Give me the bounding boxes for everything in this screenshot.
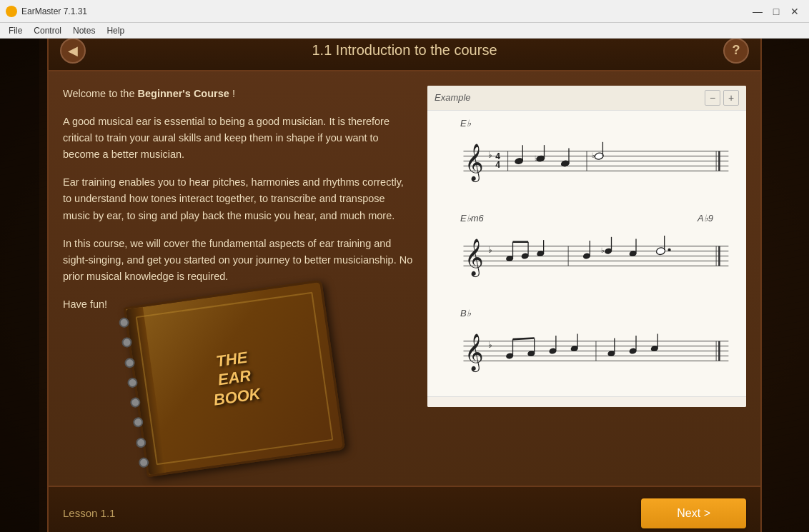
course-name: Beginner's Course bbox=[138, 88, 229, 99]
sheet-scroll-area[interactable]: E♭ bbox=[427, 111, 746, 396]
book-cover: THEEARBOOK bbox=[124, 279, 346, 477]
greeting-text: Welcome to the bbox=[63, 88, 138, 99]
svg-line-61 bbox=[513, 338, 535, 339]
modal-body: Welcome to the Beginner's Course ! A goo… bbox=[49, 71, 760, 486]
maximize-button[interactable]: □ bbox=[768, 3, 785, 20]
title-bar: EarMaster 7.1.31 ― □ ✕ bbox=[0, 0, 809, 23]
window-controls: ― □ ✕ bbox=[749, 3, 803, 20]
menu-help[interactable]: Help bbox=[101, 24, 130, 37]
svg-text:♭: ♭ bbox=[592, 151, 595, 159]
spiral-dot bbox=[124, 356, 136, 368]
book-decoration: THEEARBOOK bbox=[134, 293, 363, 478]
modal-text-area: Welcome to the Beginner's Course ! A goo… bbox=[63, 86, 413, 471]
svg-text:𝄞: 𝄞 bbox=[465, 238, 484, 277]
back-icon: ◀ bbox=[68, 43, 78, 59]
intro-modal: ◀ 1.1 Introduction to the course ? Welco… bbox=[47, 39, 762, 532]
svg-text:𝄞: 𝄞 bbox=[465, 143, 484, 182]
staff-label-2b: A♭9 bbox=[698, 213, 713, 224]
minimize-button[interactable]: ― bbox=[749, 3, 766, 20]
modal-title: 1.1 Introduction to the course bbox=[86, 42, 723, 59]
staff-svg-2: 𝄞 ♭ bbox=[439, 226, 735, 291]
zoom-in-button[interactable]: + bbox=[723, 90, 739, 106]
spiral-dot bbox=[138, 456, 149, 468]
para1: A good musical ear is essential to being… bbox=[63, 114, 413, 164]
svg-text:𝄞: 𝄞 bbox=[465, 333, 484, 372]
menu-file[interactable]: File bbox=[3, 24, 28, 37]
modal-overlay: ◀ 1.1 Introduction to the course ? Welco… bbox=[0, 39, 809, 532]
svg-text:4: 4 bbox=[495, 160, 500, 170]
help-icon: ? bbox=[733, 43, 740, 58]
next-button[interactable]: Next > bbox=[641, 498, 746, 528]
svg-text:♭: ♭ bbox=[535, 154, 538, 161]
greeting-paragraph: Welcome to the Beginner's Course ! bbox=[63, 86, 413, 102]
sheet-music-header: Example − + bbox=[427, 86, 746, 111]
book-border bbox=[136, 291, 334, 465]
close-button[interactable]: ✕ bbox=[786, 3, 803, 20]
sheet-content: E♭ bbox=[427, 111, 746, 396]
staff-label-3: B♭ bbox=[460, 308, 735, 318]
staff-label-2a: E♭m6 bbox=[460, 213, 484, 224]
spiral-dot bbox=[135, 436, 147, 448]
play-button-container: Play bbox=[427, 396, 746, 407]
staff-svg-1: 𝄞 ♭ 4 4 bbox=[439, 131, 735, 196]
menu-notes[interactable]: Notes bbox=[67, 24, 101, 37]
para2: Ear training enables you to hear pitches… bbox=[63, 174, 413, 224]
lesson-label: Lesson 1.1 bbox=[63, 507, 115, 519]
svg-text:♭: ♭ bbox=[488, 150, 492, 160]
svg-text:♭: ♭ bbox=[488, 340, 492, 350]
modal-footer: Lesson 1.1 Next > bbox=[49, 486, 760, 533]
staff-section-1: E♭ bbox=[439, 118, 735, 199]
earmaster-icon bbox=[6, 6, 17, 17]
svg-text:♭: ♭ bbox=[488, 245, 492, 255]
spiral-dot bbox=[132, 416, 144, 428]
para3: In this course, we will cover the fundam… bbox=[63, 236, 413, 286]
app-background: ◀ 1.1 Introduction to the course ? Welco… bbox=[0, 39, 809, 532]
menu-bar: File Control Notes Help bbox=[0, 23, 809, 39]
app-title: EarMaster 7.1.31 bbox=[21, 6, 87, 16]
staff-svg-3: 𝄞 ♭ bbox=[439, 321, 735, 386]
title-bar-left: EarMaster 7.1.31 bbox=[6, 6, 87, 17]
help-button[interactable]: ? bbox=[723, 39, 749, 64]
spiral-dot bbox=[129, 396, 141, 408]
staff-section-3: B♭ 𝄞 ♭ bbox=[439, 308, 735, 388]
staff-labels-2: E♭m6 A♭9 bbox=[439, 213, 735, 226]
svg-text:♭: ♭ bbox=[601, 246, 605, 254]
greeting-end: ! bbox=[232, 88, 235, 99]
sheet-music-panel: Example − + E♭ bbox=[427, 86, 746, 407]
spiral-dot bbox=[121, 336, 133, 348]
zoom-out-button[interactable]: − bbox=[705, 90, 720, 106]
zoom-controls: − + bbox=[705, 90, 739, 106]
staff-section-2: E♭m6 A♭9 𝄞 bbox=[439, 213, 735, 293]
sheet-music-container: Example − + E♭ bbox=[427, 86, 746, 471]
spiral-dot bbox=[119, 316, 130, 328]
modal-header: ◀ 1.1 Introduction to the course ? bbox=[49, 39, 760, 71]
staff-label-1: E♭ bbox=[460, 118, 735, 129]
menu-control[interactable]: Control bbox=[28, 24, 67, 37]
svg-point-47 bbox=[667, 248, 670, 251]
spiral-dot bbox=[127, 376, 139, 388]
sheet-music-title: Example bbox=[435, 92, 471, 103]
back-button[interactable]: ◀ bbox=[60, 39, 86, 64]
